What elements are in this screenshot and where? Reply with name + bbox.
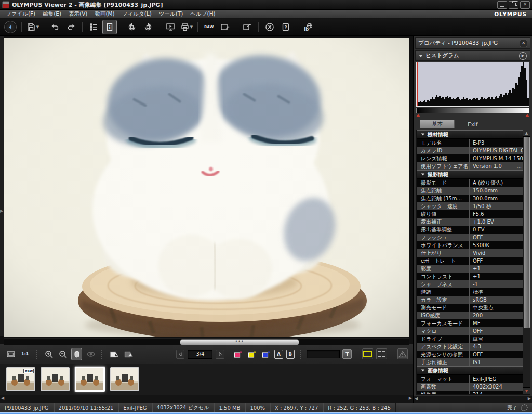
edit-image-button[interactable] (218, 20, 232, 34)
close-button[interactable]: ✕ (520, 1, 530, 9)
single-view-button[interactable] (362, 348, 373, 359)
section-header[interactable]: 撮影情報 (417, 170, 523, 179)
properties-horizontal-scrollbar[interactable]: ◀ ▶ (414, 395, 532, 403)
slideshow-button[interactable] (163, 20, 178, 34)
menu-item[interactable]: ファイル(F) (2, 10, 39, 17)
palette-collapse-handle[interactable]: ▶ (0, 36, 4, 336)
fit-to-window-button[interactable] (5, 348, 16, 360)
photo-canvas[interactable] (4, 38, 409, 337)
scrollbar-thumb[interactable] (524, 137, 530, 328)
property-row[interactable]: カラー設定sRGB (417, 296, 523, 304)
property-row[interactable]: 光源センサの参照OFF (417, 351, 523, 358)
thumbnail-selected[interactable] (75, 367, 105, 392)
property-row[interactable]: ISO感度200 (417, 312, 523, 319)
text-tool-button[interactable]: T (342, 349, 352, 359)
restore-button[interactable] (509, 1, 518, 9)
scroll-left-icon[interactable]: ◀ (415, 396, 418, 401)
menu-item[interactable]: ヘルプ(H) (187, 10, 219, 17)
back-button[interactable] (3, 20, 18, 34)
property-row[interactable]: 解像度314 (417, 391, 523, 395)
property-row[interactable]: コントラスト+1 (417, 273, 523, 280)
menu-item[interactable]: ツール(T) (155, 10, 187, 17)
property-row[interactable]: フォーマットExif-JPEG (417, 375, 523, 383)
section-header[interactable]: 画像情報 (417, 366, 523, 375)
mark-red-button[interactable] (232, 348, 243, 360)
scroll-left-icon[interactable]: ◀ (1, 396, 4, 400)
zoom-out-button[interactable] (57, 348, 68, 360)
property-row[interactable]: 手ぶれ補正IS1 (417, 358, 523, 366)
highlight-marker[interactable] (525, 114, 529, 117)
property-row[interactable]: 撮影モードA (絞り優先) (417, 179, 523, 187)
image-scrollbar-handle[interactable]: ••• (180, 339, 299, 345)
menu-item[interactable]: 動画(M) (91, 10, 118, 17)
thumbnail[interactable] (110, 367, 139, 391)
info-properties-button[interactable]: i (102, 20, 117, 34)
thumbnail[interactable] (41, 367, 70, 391)
property-row[interactable]: 仕上がりVivid (417, 249, 523, 257)
histogram-options-button[interactable]: ▶ (519, 52, 527, 60)
property-row[interactable]: フォーカスモードMF (417, 319, 523, 327)
scroll-down-icon[interactable]: ▼ (523, 387, 530, 394)
thumbnail-scrollbar[interactable]: ◀ ▶ (0, 395, 413, 403)
histogram-header[interactable]: ヒストグラム ▶ (415, 50, 530, 61)
property-row[interactable]: 露出補正+1.0 EV (417, 218, 523, 226)
menu-item[interactable]: 表示(V) (65, 10, 91, 17)
scroll-up-icon[interactable]: ▲ (523, 130, 530, 137)
export-share-button[interactable] (240, 20, 255, 34)
zoom-in-button[interactable] (43, 348, 54, 360)
loupe-button[interactable] (85, 348, 96, 360)
next-image-button[interactable] (216, 350, 224, 359)
panel-close-button[interactable]: ✕ (520, 40, 527, 47)
settings-button[interactable] (262, 20, 277, 34)
property-row[interactable]: カメラIDOLYMPUS DIGITAL CA... (417, 147, 523, 154)
minimize-button[interactable] (497, 1, 507, 9)
mark-blue-button[interactable] (260, 348, 271, 360)
property-row[interactable]: 絞り値F5.6 (417, 210, 523, 218)
property-row[interactable]: 画素数4032x3024 (417, 383, 523, 391)
property-row[interactable]: ホワイトバランス5300K (417, 241, 523, 249)
compare-a-button[interactable]: A (274, 350, 283, 359)
previous-image-button[interactable] (176, 350, 184, 359)
save-button[interactable]: ▼ (25, 20, 40, 34)
print-button[interactable]: ▼ (179, 20, 194, 34)
help-button[interactable]: ? (278, 20, 293, 34)
property-row[interactable]: レンズ情報OLYMPUS M.14-150mm... (417, 154, 523, 162)
actual-size-button[interactable]: 1:1 (19, 348, 31, 360)
property-row[interactable]: 測光モード中央重点 (417, 304, 523, 312)
menu-item[interactable]: フィルタ(L) (118, 10, 155, 17)
property-row[interactable]: アスペクト比設定4:3 (417, 343, 523, 351)
rotate-left-button[interactable] (125, 20, 139, 34)
rotate-right-button[interactable] (141, 20, 155, 34)
properties-vertical-scrollbar[interactable]: ▲ ▼ (523, 130, 530, 394)
compare-view-button[interactable] (376, 348, 387, 359)
property-row[interactable]: シャッター速度1/50 秒 (417, 202, 523, 210)
raw-develop-button[interactable]: RAW (202, 20, 216, 34)
thumbnail[interactable]: RAW (6, 367, 35, 391)
image-horizontal-scrollbar[interactable]: ••• (4, 338, 409, 345)
property-row[interactable]: ドライブ単写 (417, 335, 523, 343)
redo-button[interactable] (64, 20, 78, 34)
property-row[interactable]: マクロOFF (417, 327, 523, 335)
hand-pan-tool-button[interactable] (71, 348, 82, 360)
save-dropdown-arrow[interactable]: ▼ (36, 25, 39, 29)
shadow-warning-button[interactable] (109, 348, 119, 360)
tab-Exif[interactable]: Exif (456, 120, 489, 128)
property-row[interactable]: 使用ソフトウェア名Version 1.0... (417, 162, 523, 170)
property-row[interactable]: 露出基準調整0 EV (417, 226, 523, 234)
print-dropdown-arrow[interactable]: ▼ (190, 25, 193, 29)
property-row[interactable]: シャープネス-1 (417, 280, 523, 288)
menu-item[interactable]: 編集(E) (39, 10, 65, 17)
property-row[interactable]: eポートレートOFF (417, 257, 523, 265)
scroll-right-icon[interactable]: ▶ (409, 396, 412, 400)
scroll-right-icon[interactable]: ▶ (528, 396, 531, 401)
shadow-marker[interactable] (416, 114, 420, 117)
ib-upload-button[interactable]: ib (301, 20, 315, 34)
property-row[interactable]: 階調標準 (417, 288, 523, 296)
tab-基本[interactable]: 基本 (420, 120, 455, 128)
clipping-warning-button[interactable] (397, 348, 408, 359)
property-row[interactable]: モデル名E-P3 (417, 139, 523, 147)
property-row[interactable]: 彩度+1 (417, 265, 523, 273)
property-row[interactable]: フラッシュOFF (417, 234, 523, 241)
highlight-warning-button[interactable] (123, 348, 134, 360)
compare-b-button[interactable]: B (286, 350, 295, 359)
